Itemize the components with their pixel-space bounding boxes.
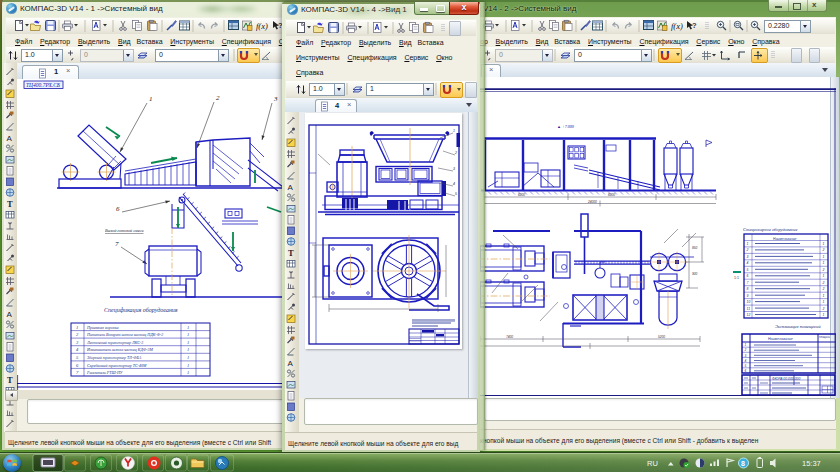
svg-text:3: 3 xyxy=(76,340,79,345)
svg-text:1: 1 xyxy=(187,332,189,337)
svg-text:2: 2 xyxy=(746,248,749,252)
svg-text:6: 6 xyxy=(747,274,749,278)
svg-text:4: 4 xyxy=(745,359,747,363)
svg-text:T: T xyxy=(288,248,294,258)
svg-text:1: 1 xyxy=(187,340,189,345)
svg-text:6000: 6000 xyxy=(608,193,615,197)
svg-text:8: 8 xyxy=(747,287,749,291)
svg-text:24000: 24000 xyxy=(587,200,597,204)
svg-text:1: 1 xyxy=(823,261,825,265)
svg-text:11: 11 xyxy=(747,307,751,311)
svg-text:1: 1 xyxy=(745,343,747,347)
svg-text:6: 6 xyxy=(116,205,120,213)
svg-text:1: 1 xyxy=(823,313,825,317)
svg-text:Выход готовой смеси: Выход готовой смеси xyxy=(105,228,143,233)
svg-text:7: 7 xyxy=(115,240,119,248)
svg-text:8: 8 xyxy=(741,460,745,467)
svg-text:ФЮРА 00.000.000: ФЮРА 00.000.000 xyxy=(772,377,800,381)
svg-text:1: 1 xyxy=(453,129,455,133)
svg-text:1: 1 xyxy=(187,363,189,368)
svg-text:5200: 5200 xyxy=(658,335,665,339)
svg-text:3: 3 xyxy=(745,354,747,358)
svg-text:7: 7 xyxy=(747,281,749,285)
svg-text:Скребковый транспортер ТС-40М: Скребковый транспортер ТС-40М xyxy=(87,363,147,368)
svg-text:900: 900 xyxy=(692,272,698,276)
svg-text:1: 1 xyxy=(187,370,189,375)
svg-text:1: 1 xyxy=(149,95,153,103)
svg-text:1: 1 xyxy=(823,242,825,246)
svg-text:3: 3 xyxy=(747,255,749,259)
svg-text:ТЦ400.7РХ.СБ: ТЦ400.7РХ.СБ xyxy=(26,82,61,88)
svg-text:4: 4 xyxy=(747,261,749,265)
svg-text:Ленточный транспортер ЛКС-3: Ленточный транспортер ЛКС-3 xyxy=(86,340,143,345)
svg-text:Измельчитель шлюза частиц КДФ-: Измельчитель шлюза частиц КДФ-3М xyxy=(86,347,153,352)
svg-text:1: 1 xyxy=(823,274,825,278)
svg-text:Приемная воронка: Приемная воронка xyxy=(86,325,118,330)
svg-text:2: 2 xyxy=(454,151,457,155)
svg-text:5: 5 xyxy=(747,268,749,272)
svg-text:Зборный транспортер ТЛ-ФБА: Зборный транспортер ТЛ-ФБА xyxy=(87,355,142,360)
svg-text:T: T xyxy=(7,199,13,209)
svg-text:4: 4 xyxy=(76,347,79,352)
svg-text:1: 1 xyxy=(76,325,78,330)
svg-text:A: A xyxy=(288,359,294,368)
svg-text:5: 5 xyxy=(745,364,747,368)
svg-text:3: 3 xyxy=(273,95,278,103)
svg-text:2: 2 xyxy=(822,287,825,291)
svg-text:площадь: площадь xyxy=(819,335,830,339)
svg-text:1:1: 1:1 xyxy=(734,276,739,280)
svg-text:1: 1 xyxy=(823,294,825,298)
svg-text:A: A xyxy=(7,134,13,143)
svg-text:850: 850 xyxy=(692,246,698,250)
svg-text:7400: 7400 xyxy=(506,335,513,339)
svg-text:T: T xyxy=(7,375,13,385)
svg-text:2: 2 xyxy=(216,94,220,102)
svg-text:10: 10 xyxy=(747,300,751,304)
svg-text:7: 7 xyxy=(76,370,79,375)
svg-text:2: 2 xyxy=(744,348,747,352)
svg-text:1: 1 xyxy=(187,325,189,330)
svg-text:1: 1 xyxy=(187,347,189,352)
svg-text:Спецификация оборудования: Спецификация оборудования xyxy=(104,307,178,313)
svg-text:6: 6 xyxy=(745,369,747,373)
svg-text:A: A xyxy=(288,183,294,192)
svg-text:5: 5 xyxy=(76,355,79,360)
svg-text:4: 4 xyxy=(453,182,455,186)
svg-text:2: 2 xyxy=(822,281,825,285)
svg-text:2: 2 xyxy=(822,268,825,272)
svg-text:Наименование: Наименование xyxy=(768,337,793,341)
svg-text:5: 5 xyxy=(455,192,457,196)
svg-text:9: 9 xyxy=(747,294,749,298)
svg-text:1: 1 xyxy=(187,355,189,360)
svg-text:Рыхлитель РТШ-ПУ: Рыхлитель РТШ-ПУ xyxy=(86,370,124,375)
svg-text:2: 2 xyxy=(76,332,79,337)
svg-text:3: 3 xyxy=(453,167,455,171)
svg-text:Питатель Возврат шлюза частиц: Питатель Возврат шлюза частиц ПДК-Ф-2 xyxy=(86,332,163,337)
svg-text:12: 12 xyxy=(747,313,751,317)
svg-text:2: 2 xyxy=(822,307,825,311)
svg-text:Стационарное оборудование: Стационарное оборудование xyxy=(743,227,797,232)
svg-text:6000: 6000 xyxy=(518,193,525,197)
svg-text:▲ +7.000: ▲ +7.000 xyxy=(557,124,574,129)
svg-text:6: 6 xyxy=(76,363,79,368)
svg-text:Экспликация помещений: Экспликация помещений xyxy=(775,324,821,329)
svg-text:2: 2 xyxy=(822,248,825,252)
svg-text:1: 1 xyxy=(823,300,825,304)
svg-text:1: 1 xyxy=(747,242,749,246)
svg-text:A: A xyxy=(7,310,13,319)
svg-text:1: 1 xyxy=(823,255,825,259)
svg-text:Наименование: Наименование xyxy=(773,237,797,241)
